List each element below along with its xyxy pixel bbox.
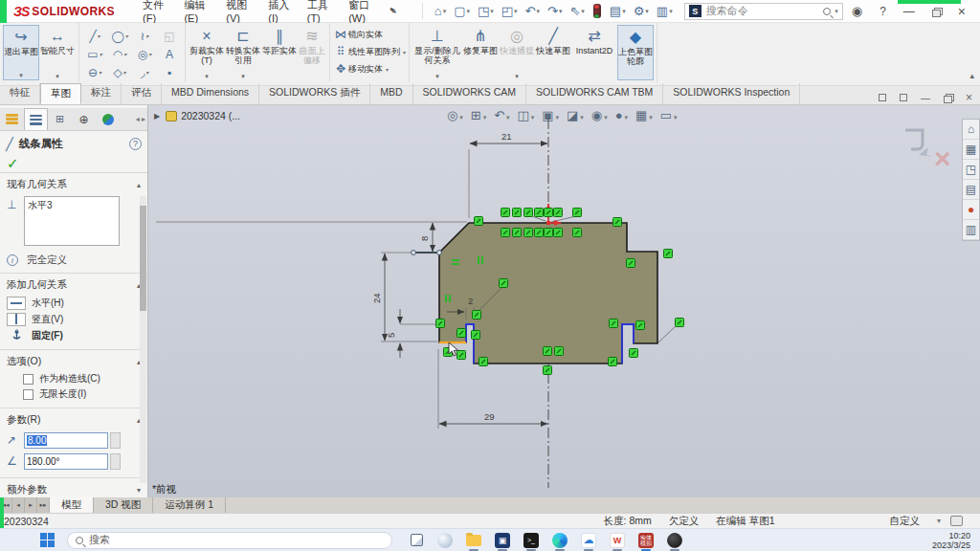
relation-marker[interactable]: [544, 347, 552, 356]
next-tab-icon[interactable]: ▸: [25, 497, 37, 513]
ellipse-tool-button[interactable]: ◎▾: [132, 48, 157, 61]
angle-spinner[interactable]: [110, 453, 121, 470]
relation-marker[interactable]: [472, 331, 480, 340]
relation-marker[interactable]: [457, 351, 466, 360]
sketch-canvas[interactable]: 21 8 24 5 2: [148, 105, 980, 497]
length-spinner[interactable]: [110, 432, 121, 449]
relation-marker[interactable]: [501, 209, 510, 217]
rebuild-icon[interactable]: ▤▾: [606, 3, 630, 19]
relation-marker[interactable]: [545, 209, 553, 217]
options-gear-icon[interactable]: ⚙▾: [630, 3, 653, 19]
caret-down-icon[interactable]: ▾: [19, 72, 23, 79]
existing-relations-header[interactable]: 现有几何关系 ▴: [0, 173, 147, 194]
relation-marker[interactable]: [524, 229, 533, 237]
caret-down-icon[interactable]: ▾: [205, 73, 209, 80]
performance-light-icon[interactable]: [593, 4, 601, 18]
circle-tool-button[interactable]: ◯▾: [107, 30, 132, 43]
prev-tab-icon[interactable]: ◂: [12, 497, 25, 513]
restore-icon[interactable]: [924, 3, 949, 20]
feature-tab-1[interactable]: 草图: [40, 83, 81, 104]
make-fixed-button[interactable]: 固定(F): [0, 327, 147, 343]
edge-icon[interactable]: [549, 531, 570, 550]
caret-down-icon[interactable]: ▾: [386, 66, 389, 73]
feature-tab-7[interactable]: SOLIDWORKS CAM: [413, 83, 526, 104]
terminal-icon[interactable]: >_: [521, 531, 542, 550]
relation-marker[interactable]: [555, 347, 564, 356]
feature-tab-4[interactable]: MBD Dimensions: [162, 83, 259, 104]
onedrive-icon[interactable]: ☁: [578, 531, 599, 550]
dimension-24[interactable]: 24: [371, 293, 382, 303]
feature-tab-6[interactable]: MBD: [370, 83, 412, 104]
relation-marker[interactable]: [630, 349, 638, 358]
additional-parameters-header[interactable]: 额外参数 ▾: [0, 478, 147, 497]
save-icon[interactable]: ◰▾: [498, 3, 522, 19]
doc-close-icon[interactable]: ×: [966, 91, 972, 104]
panel-scrollbar[interactable]: [140, 196, 146, 483]
caret-down-icon[interactable]: ▾: [56, 73, 59, 80]
repair-sketch-button[interactable]: ⋔ 修复草图: [462, 25, 499, 80]
make-vertical-button[interactable]: 竖直(V): [0, 311, 147, 327]
doc-frame2-icon[interactable]: [900, 93, 907, 103]
infinite-checkbox[interactable]: [23, 389, 33, 400]
add-relations-header[interactable]: 添加几何关系 ▴: [0, 274, 147, 295]
doc-restore-icon[interactable]: [944, 93, 952, 103]
relation-marker[interactable]: [627, 259, 635, 268]
origin-point[interactable]: [546, 221, 550, 225]
caret-down-icon[interactable]: ▾: [241, 73, 245, 80]
relation-marker[interactable]: [457, 329, 466, 338]
move-entities-button[interactable]: ✥ 移动实体 ▾: [333, 60, 389, 77]
user-icon[interactable]: ◉: [843, 2, 871, 20]
text-tool-button[interactable]: A: [157, 48, 182, 61]
status-tool-icon[interactable]: [950, 516, 963, 526]
new-document-icon[interactable]: ▢▾: [450, 3, 474, 19]
exit-sketch-button[interactable]: ↪ 退出草图 ▾: [3, 25, 39, 80]
options-header[interactable]: 选项(O) ▴: [0, 350, 147, 371]
dimxpert-manager-tab[interactable]: ⊕: [72, 108, 96, 130]
relation-marker[interactable]: [513, 229, 522, 237]
pin-icon[interactable]: ✒: [385, 4, 399, 19]
file-explorer-icon[interactable]: [463, 531, 484, 550]
shaded-sketch-contours-button[interactable]: ◆ 上色草图轮廓: [617, 25, 654, 80]
relation-marker[interactable]: [664, 250, 673, 258]
relation-marker[interactable]: [609, 358, 617, 366]
relation-marker[interactable]: [545, 229, 553, 237]
open-icon[interactable]: ◳▾: [474, 3, 498, 19]
help-icon[interactable]: ?: [871, 3, 895, 20]
photos-app-icon[interactable]: ▣: [492, 531, 513, 550]
sketch-profile[interactable]: [439, 223, 657, 364]
smart-dimension-button[interactable]: ↔ 智能尺寸 ▾: [39, 25, 76, 80]
feature-tab-5[interactable]: SOLIDWORKS 插件: [259, 83, 370, 104]
feature-tab-3[interactable]: 评估: [122, 83, 162, 104]
start-icon[interactable]: [36, 531, 57, 550]
ribbon-collapse-icon[interactable]: ▴: [969, 71, 974, 80]
edge-lite-icon[interactable]: [434, 531, 456, 550]
construction-line-option[interactable]: 作为构造线(C): [0, 371, 147, 386]
feature-tab-2[interactable]: 标注: [81, 83, 122, 104]
polygon-tool-button[interactable]: ◇▾: [107, 66, 132, 79]
trim-entities-button[interactable]: × 剪裁实体(T) ▾: [189, 25, 225, 80]
relation-marker[interactable]: [554, 229, 563, 237]
relation-marker[interactable]: [610, 320, 618, 328]
model-tab-0[interactable]: 模型: [50, 497, 94, 513]
dimension-5[interactable]: 5: [386, 333, 396, 338]
caret-down-icon[interactable]: ▾: [435, 73, 439, 80]
help-icon[interactable]: ?: [129, 138, 142, 150]
parameters-header[interactable]: 参数(R) ▴: [0, 408, 147, 430]
select-cursor-icon[interactable]: ⇖▾: [566, 3, 588, 19]
infinite-length-option[interactable]: 无限长度(I): [0, 386, 147, 402]
relation-marker[interactable]: [676, 319, 684, 327]
model-tab-2[interactable]: 运动算例 1: [153, 497, 226, 513]
property-manager-tab[interactable]: [24, 108, 48, 130]
convert-entities-button[interactable]: ⊏ 转换实体引用 ▾: [225, 25, 261, 80]
dimension-21[interactable]: 21: [501, 131, 512, 142]
feature-tab-8[interactable]: SOLIDWORKS CAM TBM: [526, 83, 663, 104]
taskview-icon[interactable]: [406, 531, 427, 550]
rectangle-tool-button[interactable]: ▭▾: [82, 48, 107, 61]
minimize-icon[interactable]: —: [895, 3, 924, 20]
relation-marker[interactable]: [436, 320, 445, 328]
wps-icon[interactable]: W: [607, 531, 628, 550]
feature-tree-tab[interactable]: [0, 108, 24, 130]
relation-marker[interactable]: [573, 229, 582, 237]
spline-tool-button[interactable]: ≀▾: [132, 30, 157, 43]
mirror-entities-button[interactable]: ⋈ 镜向实体: [333, 26, 383, 43]
